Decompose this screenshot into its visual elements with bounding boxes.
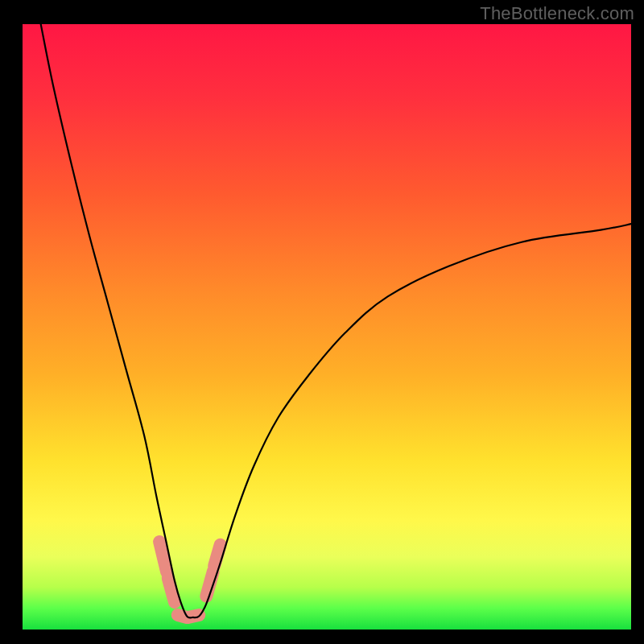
chart-stage: TheBottleneck.com (0, 0, 644, 644)
highlight-left-desc-1 (159, 542, 167, 572)
watermark-text: TheBottleneck.com (480, 3, 634, 24)
highlight-left-desc-2 (168, 578, 175, 602)
bottleneck-plot (0, 0, 644, 644)
highlight-right-asc-2 (214, 545, 221, 566)
